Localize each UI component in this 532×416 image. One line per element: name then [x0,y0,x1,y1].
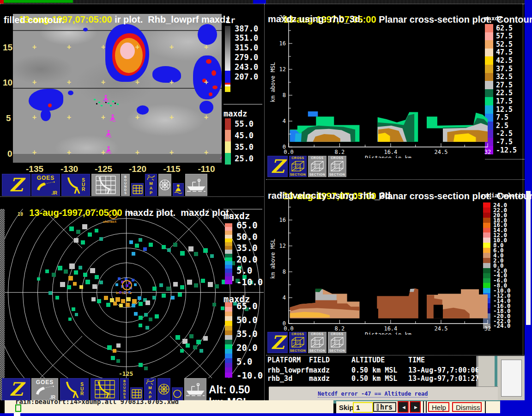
skip-hours-input[interactable]: 1 ^ [353,402,373,413]
radar-echo-cell [203,336,208,341]
zebra-button[interactable]: Z [2,174,30,196]
panel-ir-plot: ++++++++++++++++++++++++ 13-aug-1997,07:… [0,4,266,197]
x-axis-label: Distance in km [365,155,411,158]
ship-button[interactable] [184,378,206,400]
web-button[interactable] [158,174,171,196]
colorbar-tick-label: 207.0 [235,72,258,81]
latlon-grid-cross: + [135,148,139,157]
circle-button[interactable] [172,387,183,400]
tr-title: Planar cross-section plot. Contour of [376,14,532,24]
sur-label: SUR [80,382,84,396]
radar-echo-cell [149,243,153,247]
tl-title-line2: filled contour. [4,15,64,25]
svg-text:12: 12 [279,243,286,249]
goes-button[interactable]: GOES.IR [31,174,60,196]
svg-text:12: 12 [279,66,286,73]
radar-echo-cell [81,240,85,245]
radar-echo-cell [107,345,112,350]
latlon-grid-cross: + [67,78,71,86]
colorbar-tick-label: 5.0 [236,265,252,275]
section-label: SECTION [309,349,326,353]
buoy-marker [109,114,116,122]
latlon-grid-cross: + [67,43,71,51]
radar-echo-cell [90,268,95,273]
help-button[interactable]: Help [428,402,449,412]
goes-label: GOES [36,379,54,385]
scrollbar-track[interactable] [501,360,522,397]
cube-button[interactable]: CROSSSECTION [289,156,307,177]
terminal-window[interactable]: rain:beaufort:14>xdump.all 970813.0705.x… [5,400,333,413]
polar-grid-icon [158,383,170,395]
surface-station-dot [96,103,97,104]
grid-button[interactable] [131,183,144,196]
latlon-grid-cross: + [204,78,208,86]
bounds-label: BOUNDS [124,175,127,195]
cube-button[interactable]: CROSSSECTION [308,156,326,177]
zebra-button[interactable]: Z [2,378,30,400]
colorbar-separator [224,104,262,104]
colorbar-tick-label: 35.0 [236,329,258,339]
colorbar-segment [225,71,230,83]
latlon-grid-cross: + [101,78,105,86]
step-back-button[interactable]: ◄ [398,401,409,413]
bounds-button[interactable]: BOUNDS [120,378,129,400]
map-button[interactable]: MAP [144,378,156,400]
zebra-button[interactable]: Z [267,156,288,177]
radar-echo-cell [106,303,110,307]
svg-text:8.2: 8.2 [335,149,345,155]
hrs-button[interactable]: hrs [373,402,396,412]
sur-button[interactable]: SUR [61,174,90,196]
dismiss-button[interactable]: Dismiss [452,402,482,412]
ship-button[interactable] [185,174,207,196]
tl-y-tick-label: 15 [3,43,12,53]
latlon-grid-cross: + [204,43,208,51]
radar-echo-cell [171,296,175,300]
colorbar-tick-label: -10.0 [236,370,263,380]
latlon-grid-cross: + [67,113,71,122]
cloud-echo-blob [48,104,52,107]
grid-button[interactable] [130,387,143,400]
cross-label: CROSS [311,156,323,160]
radar-echo-cell [139,316,143,320]
buoy-button[interactable] [173,183,184,196]
radar-echo-cell [132,304,135,307]
bounds-button[interactable]: BOUNDS [121,174,130,196]
cube-button[interactable]: CROSSSECTION [328,332,346,353]
cube-button[interactable]: CROSSSECTION [289,332,307,353]
gridradar-button[interactable] [91,378,119,400]
cross-section-cube-icon [330,160,345,172]
step-forward-button[interactable]: ► [410,401,421,413]
zebra-button[interactable]: Z [267,332,288,353]
netcdf-error-text: Netcdf error -47 == Altitude read [318,391,428,398]
radar-echo-cell [104,296,108,300]
y-axis-label: km above MSL [270,62,276,103]
cross-label: CROSS [331,332,343,336]
panel-xsec-radialvelocity: 13-aug-1997,07:05:00 Planar cross-sectio… [266,180,525,355]
map-icon [146,175,156,181]
colorbar-segment [225,130,231,141]
radar-echo-cell [180,349,184,353]
radar-echo-cell [97,299,101,303]
surface-station-dot [94,99,96,100]
web-button[interactable] [157,378,170,400]
cube-button[interactable]: CROSSSECTION [328,156,346,177]
latlon-grid-cross: + [135,78,139,86]
cube-button[interactable]: CROSSSECTION [308,332,326,353]
radar-echo-cell [129,240,133,244]
map-button[interactable]: MAP [145,174,157,196]
input-caret: ^ [357,408,360,412]
section-label: SECTION [309,173,326,177]
goes-button[interactable]: GOES.IR [31,378,58,400]
radar-echo-cell [139,363,143,367]
radar-echo-cell [126,303,130,307]
tl-y-tick-label: 5 [6,113,11,123]
tl-x-tick-label: -130 [58,164,81,174]
section-label: SECTION [290,173,306,177]
gridradar-button[interactable] [91,174,120,196]
svg-text:16.4: 16.4 [384,325,397,332]
colorbar-tick-label: 50.0 [236,232,258,242]
radar-echo-cell [200,349,203,353]
contour-regions [290,111,488,142]
tl-x-tick-label: -125 [92,164,115,174]
sur-button[interactable]: SUR [60,378,89,400]
